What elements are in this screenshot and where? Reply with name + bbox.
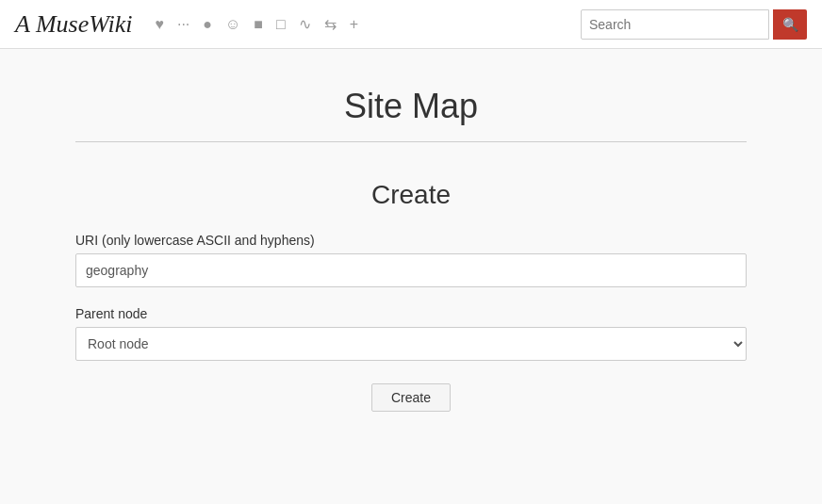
parent-select[interactable]: Root node: [75, 327, 747, 361]
submit-wrapper: Create: [75, 383, 747, 412]
logo[interactable]: A MuseWiki: [15, 10, 132, 39]
search-input[interactable]: [581, 9, 769, 40]
random-icon[interactable]: ⇆: [324, 15, 337, 33]
monitor-icon[interactable]: □: [276, 16, 286, 33]
heart-icon[interactable]: ♥: [155, 16, 164, 33]
uri-input[interactable]: [75, 253, 747, 287]
plus-icon[interactable]: +: [350, 16, 358, 33]
more-icon[interactable]: ···: [177, 16, 189, 33]
nav-icons-group: ♥ ··· ● ☺ ■ □ ∿ ⇆ +: [155, 15, 569, 33]
search-button[interactable]: 🔍: [773, 9, 807, 40]
book-icon[interactable]: ■: [254, 16, 263, 33]
navbar: A MuseWiki ♥ ··· ● ☺ ■ □ ∿ ⇆ + 🔍: [0, 0, 822, 49]
search-icon: 🔍: [782, 17, 798, 32]
info-icon[interactable]: ●: [203, 16, 212, 33]
title-divider: [75, 141, 747, 142]
logo-text: A MuseWiki: [15, 10, 132, 39]
user-icon[interactable]: ☺: [225, 16, 240, 33]
section-title: Create: [75, 180, 747, 210]
parent-label: Parent node: [75, 306, 747, 321]
uri-label: URI (only lowercase ASCII and hyphens): [75, 233, 747, 248]
parent-group: Parent node Root node: [75, 306, 747, 361]
page-title: Site Map: [75, 87, 747, 126]
main-content: Site Map Create URI (only lowercase ASCI…: [0, 49, 822, 449]
search-area: 🔍: [581, 9, 807, 40]
uri-group: URI (only lowercase ASCII and hyphens): [75, 233, 747, 287]
create-button[interactable]: Create: [371, 383, 451, 412]
rss-icon[interactable]: ∿: [299, 15, 311, 33]
